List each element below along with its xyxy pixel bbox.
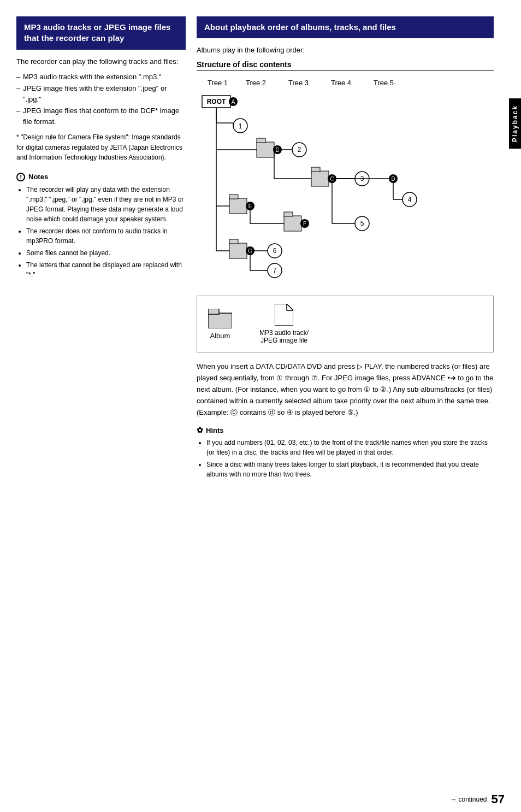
folder-icon	[208, 309, 232, 328]
svg-rect-19	[311, 167, 320, 172]
svg-rect-35	[229, 195, 238, 199]
svg-rect-11	[257, 138, 265, 143]
playback-text: When you insert a DATA CD/DATA DVD and p…	[197, 361, 494, 418]
hints-list: If you add numbers (01, 02, 03, etc.) to…	[197, 438, 494, 479]
note-1: The recorder will play any data with the…	[26, 185, 186, 224]
tree-label-1: Tree 1	[202, 79, 246, 87]
bullet-list: MP3 audio tracks with the extension ".mp…	[16, 72, 186, 127]
svg-rect-10	[257, 142, 274, 157]
bullet-item-1: MP3 audio tracks with the extension ".mp…	[16, 72, 186, 83]
left-column: MP3 audio tracks or JPEG image files tha…	[16, 16, 186, 796]
file-label: MP3 audio track/ JPEG image file	[259, 329, 309, 344]
left-section-header: MP3 audio tracks or JPEG image files tha…	[16, 16, 186, 50]
legend-box: Album MP3 audio track/ JPEG image file	[197, 296, 494, 352]
svg-text:7: 7	[273, 267, 277, 274]
notes-icon: !	[16, 173, 25, 181]
bottom-bar: → continued 57	[450, 792, 505, 807]
legend-album: Album	[208, 309, 232, 340]
right-intro: Albums play in the following order:	[197, 45, 494, 56]
hint-2: Since a disc with many trees takes longe…	[206, 460, 494, 479]
svg-text:D: D	[391, 176, 395, 182]
svg-text:ROOT: ROOT	[207, 98, 226, 105]
continued-text: → continued	[450, 796, 487, 803]
svg-rect-41	[284, 212, 293, 216]
right-column: About playback order of albums, tracks, …	[197, 16, 510, 796]
legend-file: MP3 audio track/ JPEG image file	[259, 304, 309, 344]
tree-label-4: Tree 4	[331, 79, 374, 87]
svg-rect-18	[311, 171, 329, 186]
tree-label-5: Tree 5	[374, 79, 394, 87]
svg-rect-40	[284, 216, 301, 231]
hints-title: ✿ Hints	[197, 426, 494, 434]
hints-section: ✿ Hints If you add numbers (01, 02, 03, …	[197, 426, 494, 479]
hint-1: If you add numbers (01, 02, 03, etc.) to…	[206, 438, 494, 457]
note-3: Some files cannot be played.	[26, 248, 186, 258]
svg-text:A: A	[232, 99, 235, 105]
subsection-title: Structure of disc contents	[197, 60, 494, 71]
tree-labels-row: Tree 1 Tree 2 Tree 3 Tree 4 Tree 5	[197, 79, 494, 87]
album-label: Album	[210, 332, 230, 340]
svg-text:2: 2	[298, 146, 301, 154]
svg-marker-65	[275, 304, 293, 326]
svg-text:F: F	[303, 221, 306, 227]
file-icon	[275, 304, 293, 326]
notes-section: ! Notes The recorder will play any data …	[16, 173, 186, 280]
svg-text:1: 1	[239, 122, 242, 130]
bullet-item-3: JPEG image files that conform to the DCF…	[16, 105, 186, 127]
page-number: 57	[492, 792, 505, 807]
svg-rect-51	[229, 239, 238, 244]
note-2: The recorder does not conform to audio t…	[26, 226, 186, 246]
svg-rect-63	[208, 313, 232, 328]
svg-text:4: 4	[408, 196, 412, 203]
svg-rect-50	[229, 243, 247, 258]
svg-rect-34	[229, 198, 247, 214]
playback-side-label: Playback	[509, 98, 521, 149]
svg-text:5: 5	[360, 220, 364, 227]
notes-list: The recorder will play any data with the…	[16, 185, 186, 280]
svg-text:6: 6	[273, 247, 277, 255]
footnote: * "Design rule for Camera File system": …	[16, 132, 186, 163]
tree-label-3: Tree 3	[288, 79, 331, 87]
tree-svg: ROOT A 1 B	[197, 90, 431, 287]
notes-title: ! Notes	[16, 173, 186, 181]
svg-rect-64	[208, 309, 219, 314]
tree-diagram: Tree 1 Tree 2 Tree 3 Tree 4 Tree 5 ROOT …	[197, 79, 494, 287]
bullet-item-2: JPEG image files with the extension ".jp…	[16, 83, 186, 104]
note-4: The letters that cannot be displayed are…	[26, 260, 186, 280]
left-intro: The recorder can play the following trac…	[16, 56, 186, 67]
hints-icon: ✿	[197, 426, 203, 434]
right-section-header: About playback order of albums, tracks, …	[197, 16, 494, 38]
tree-label-2: Tree 2	[246, 79, 288, 87]
